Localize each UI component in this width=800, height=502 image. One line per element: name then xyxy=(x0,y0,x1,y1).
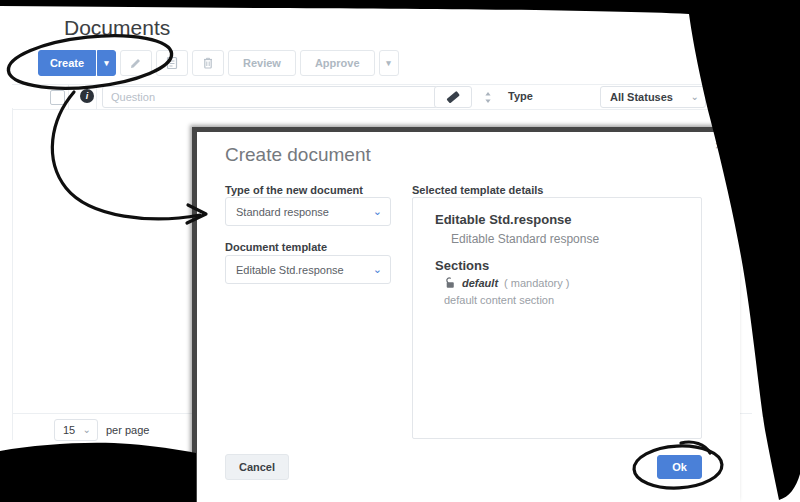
create-button[interactable]: Create xyxy=(38,50,96,76)
eraser-icon xyxy=(445,90,461,104)
approve-button[interactable]: Approve xyxy=(300,50,375,76)
page-size-select[interactable]: 15 ⌄ xyxy=(54,419,98,441)
details-panel-label: Selected template details xyxy=(412,184,543,196)
type-column-label: Type xyxy=(508,90,533,102)
page-title: Documents xyxy=(64,16,170,40)
document-type-value: Standard response xyxy=(226,206,373,218)
edit-button[interactable] xyxy=(120,50,152,76)
ok-button[interactable]: Ok xyxy=(657,455,702,479)
screenshot-canvas: Documents Create ▾ Review Approve ▾ xyxy=(0,0,800,502)
template-description: Editable Standard response xyxy=(451,232,599,246)
status-filter-select[interactable]: All Statuses ⌄ xyxy=(600,86,706,108)
template-details-panel: Editable Std.response Editable Standard … xyxy=(412,197,702,439)
section-name: default xyxy=(462,277,498,289)
select-all-checkbox[interactable] xyxy=(50,90,65,105)
create-document-modal: × Create document Type of the new docume… xyxy=(192,127,740,502)
chevron-down-icon: ⌄ xyxy=(373,264,390,275)
create-dropdown-caret-icon[interactable]: ▾ xyxy=(97,50,116,76)
document-template-value: Editable Std.response xyxy=(226,264,373,276)
chevron-down-icon: ⌄ xyxy=(691,92,705,102)
column-divider xyxy=(68,85,69,109)
annotation-arrow xyxy=(52,92,200,219)
document-template-select[interactable]: Editable Std.response ⌄ xyxy=(225,255,391,284)
approve-dropdown-caret-icon[interactable]: ▾ xyxy=(379,50,399,76)
table-left-border xyxy=(12,108,13,440)
clear-filters-button[interactable] xyxy=(434,86,472,108)
close-icon[interactable]: × xyxy=(715,138,723,153)
question-filter-input[interactable] xyxy=(102,86,438,108)
modal-title: Create document xyxy=(225,144,371,166)
pencil-icon xyxy=(129,56,143,70)
review-button[interactable]: Review xyxy=(228,50,296,76)
document-type-select[interactable]: Standard response ⌄ xyxy=(225,197,391,226)
sort-icon[interactable] xyxy=(484,90,492,108)
document-icon xyxy=(165,56,179,70)
chevron-down-icon: ⌄ xyxy=(373,206,390,217)
section-row: default ( mandatory ) xyxy=(443,276,569,289)
cancel-button[interactable]: Cancel xyxy=(225,454,289,480)
page-size-value: 15 xyxy=(55,424,83,436)
column-divider xyxy=(96,85,97,109)
type-field-label: Type of the new document xyxy=(225,184,363,196)
status-filter-value: All Statuses xyxy=(601,91,691,103)
per-page-label: per page xyxy=(106,424,149,436)
lock-open-icon xyxy=(443,276,456,289)
template-field-label: Document template xyxy=(225,241,327,253)
delete-button[interactable] xyxy=(192,50,224,76)
report-button[interactable] xyxy=(156,50,188,76)
sections-heading: Sections xyxy=(435,258,489,273)
chevron-down-icon: ⌄ xyxy=(83,425,97,435)
section-description: default content section xyxy=(444,294,554,306)
section-mandatory-flag: ( mandatory ) xyxy=(504,277,569,289)
trash-icon xyxy=(201,56,215,70)
toolbar: Create ▾ Review Approve ▾ xyxy=(38,50,399,76)
template-name: Editable Std.response xyxy=(435,212,572,227)
filter-row: i Type All Statuses ⌄ xyxy=(12,84,762,110)
info-icon[interactable]: i xyxy=(80,89,94,103)
